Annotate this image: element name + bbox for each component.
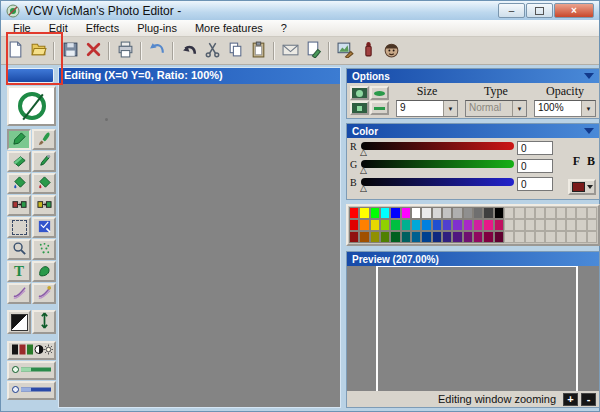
pin-tool[interactable]	[32, 151, 56, 172]
palette-swatch[interactable]	[452, 219, 462, 231]
palette-swatch[interactable]	[432, 207, 442, 219]
palette-swatch[interactable]	[359, 219, 369, 231]
blue-value[interactable]: 0	[517, 177, 553, 191]
preview-viewport[interactable]	[376, 266, 578, 391]
smudge-tool[interactable]	[7, 283, 31, 304]
palette-swatch[interactable]	[401, 231, 411, 243]
palette-swatch[interactable]	[421, 207, 431, 219]
opacity-dropdown[interactable]: 100% ▼	[534, 100, 596, 117]
palette-swatch[interactable]	[380, 207, 390, 219]
palette-swatch[interactable]	[473, 207, 483, 219]
palette-swatch[interactable]	[380, 219, 390, 231]
palette-swatch[interactable]	[463, 231, 473, 243]
adjust-colors-button[interactable]	[7, 341, 56, 360]
minimize-button[interactable]: –	[498, 3, 525, 18]
new-button[interactable]	[4, 40, 26, 62]
magic-select-tool[interactable]	[32, 217, 56, 238]
palette-swatch[interactable]	[370, 231, 380, 243]
palette-swatch[interactable]	[452, 207, 462, 219]
brush-tool[interactable]	[32, 129, 56, 150]
menu-plugins[interactable]: Plug-ins	[128, 21, 186, 35]
palette-swatch[interactable]	[359, 231, 369, 243]
brightness-button[interactable]	[7, 361, 56, 380]
red-slider-marker[interactable]: △	[360, 148, 367, 157]
square-brush-button[interactable]	[350, 101, 369, 115]
palette-swatch[interactable]	[494, 219, 504, 231]
palette-swatch[interactable]	[349, 207, 359, 219]
blue-slider[interactable]	[361, 178, 514, 186]
text-tool[interactable]: T	[7, 261, 31, 282]
editing-canvas[interactable]	[58, 84, 341, 408]
palette-swatch[interactable]	[411, 219, 421, 231]
vicman-red-button[interactable]	[357, 40, 379, 62]
palette-swatch[interactable]	[380, 231, 390, 243]
palette-swatch[interactable]	[432, 231, 442, 243]
palette-swatch[interactable]	[494, 231, 504, 243]
palette-swatch[interactable]	[442, 219, 452, 231]
copy-button[interactable]	[224, 40, 246, 62]
palette-swatch[interactable]	[494, 207, 504, 219]
maximize-button[interactable]	[526, 3, 553, 18]
palette-swatch[interactable]	[390, 207, 400, 219]
collapse-icon[interactable]	[584, 73, 594, 79]
palette-swatch[interactable]	[370, 219, 380, 231]
resize-tool[interactable]	[32, 310, 56, 334]
page-setup-button[interactable]	[302, 40, 324, 62]
color-replace-tool[interactable]	[7, 195, 31, 216]
zoom-in-button[interactable]: +	[563, 393, 578, 406]
menu-edit[interactable]: Edit	[40, 21, 77, 35]
collapse-icon[interactable]	[584, 128, 594, 134]
about-button[interactable]	[380, 40, 402, 62]
ellipse-brush-button[interactable]	[370, 86, 389, 100]
palette-swatch[interactable]	[421, 231, 431, 243]
foreground-label[interactable]: F	[573, 154, 580, 169]
preview-body[interactable]	[347, 266, 599, 391]
palette-swatch[interactable]	[483, 219, 493, 231]
palette-swatch[interactable]	[401, 207, 411, 219]
palette-swatch[interactable]	[452, 231, 462, 243]
zoom-tool[interactable]	[7, 239, 31, 260]
palette-swatch[interactable]	[390, 231, 400, 243]
palette-swatch[interactable]	[483, 207, 493, 219]
contrast-button[interactable]	[7, 381, 56, 400]
green-slider[interactable]	[361, 160, 514, 168]
close-button[interactable]: ×	[554, 3, 594, 18]
palette-swatch[interactable]	[421, 219, 431, 231]
palette-swatch[interactable]	[411, 231, 421, 243]
fill-alt-tool[interactable]	[32, 173, 56, 194]
send-mail-button[interactable]	[279, 40, 301, 62]
fill-tool[interactable]	[7, 173, 31, 194]
zoom-out-button[interactable]: -	[581, 393, 596, 406]
green-value[interactable]: 0	[517, 159, 553, 173]
spray-tool[interactable]	[32, 239, 56, 260]
smudge-alt-tool[interactable]	[32, 283, 56, 304]
dropdown-arrow-icon[interactable]: ▼	[581, 101, 595, 116]
background-label[interactable]: B	[587, 154, 595, 169]
revert-button[interactable]	[146, 40, 168, 62]
ellipse-tool[interactable]	[7, 86, 56, 126]
menu-file[interactable]: File	[4, 21, 40, 35]
menu-effects[interactable]: Effects	[77, 21, 128, 35]
palette-swatch[interactable]	[442, 207, 452, 219]
pencil-tool[interactable]	[7, 129, 31, 150]
bar-brush-button[interactable]	[370, 101, 389, 115]
palette-swatch[interactable]	[473, 219, 483, 231]
shape-tool[interactable]	[32, 261, 56, 282]
size-dropdown[interactable]: 9 ▼	[396, 100, 458, 117]
red-slider[interactable]	[361, 142, 514, 150]
print-button[interactable]	[114, 40, 136, 62]
palette-swatch[interactable]	[349, 219, 359, 231]
color-replace-alt-tool[interactable]	[32, 195, 56, 216]
menu-more-features[interactable]: More features	[186, 21, 272, 35]
delete-button[interactable]	[82, 40, 104, 62]
palette-swatch[interactable]	[349, 231, 359, 243]
cut-button[interactable]	[201, 40, 223, 62]
dropdown-arrow-icon[interactable]: ▼	[443, 101, 457, 116]
palette-swatch[interactable]	[463, 207, 473, 219]
color-mode-dropdown[interactable]	[568, 179, 596, 195]
red-value[interactable]: 0	[517, 141, 553, 155]
green-slider-marker[interactable]: △	[360, 166, 367, 175]
image-options-button[interactable]	[334, 40, 356, 62]
round-brush-button[interactable]	[350, 86, 369, 100]
palette-swatch[interactable]	[390, 219, 400, 231]
